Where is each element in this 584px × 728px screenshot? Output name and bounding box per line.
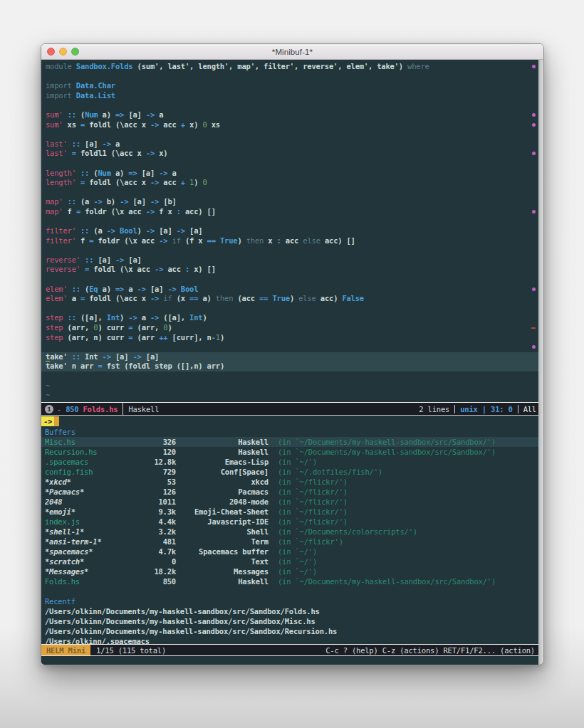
minibuffer-empty[interactable]	[41, 656, 543, 665]
code-line[interactable]	[46, 371, 543, 381]
buffer-name: *spacemacs*	[45, 547, 136, 556]
helm-buffer-row[interactable]: *scratch*0Text(in `~/')	[41, 556, 543, 566]
code-token: ::	[72, 285, 85, 293]
code-line[interactable]	[46, 100, 543, 110]
helm-buffer-row[interactable]: *spacemacs*4.7kSpacemacs buffer(in `~/')	[41, 547, 543, 556]
code-line[interactable]: sum' xs = foldl (\acc x -> acc + x) 0 xs	[46, 120, 543, 130]
code-line[interactable]	[46, 188, 543, 198]
buffer-size: 3.2k	[136, 527, 176, 537]
code-line[interactable]: step (arr, n) curr = (arr ++ [curr], n-1…	[46, 333, 543, 343]
code-line[interactable]: import Data.Char	[46, 81, 543, 91]
code-token: =	[89, 236, 98, 245]
helm-recentf-row[interactable]: /Users/olkinn/.spacemacs	[41, 636, 543, 644]
modeline-separator	[454, 405, 455, 413]
helm-modeline: HELM Mini 1/15 (115 total) C-c ? (help) …	[41, 644, 543, 656]
helm-prompt[interactable]: ->	[41, 416, 543, 427]
code-line[interactable]: last' :: [a] -> a	[46, 139, 543, 149]
helm-buffer-row[interactable]: Misc.hs326Haskell(in `~/Documents/my-has…	[41, 437, 543, 447]
code-line[interactable]: module Sandbox.Folds (sum', last', lengt…	[46, 62, 543, 72]
buffer-directory: (in `~/flickr/')	[278, 497, 348, 507]
code-line[interactable]: last' = foldl1 (\acc x -> x)	[46, 149, 543, 159]
code-token: [a]	[133, 197, 151, 206]
code-line[interactable]: take' :: Int -> [a] -> [a]	[46, 352, 543, 362]
code-token: else	[303, 236, 325, 245]
code-token: (a	[93, 226, 106, 235]
code-token: map'	[46, 207, 63, 216]
code-line[interactable]	[46, 72, 543, 82]
code-line[interactable]	[46, 217, 543, 227]
code-line[interactable]: map' :: (a -> b) -> [a] -> [b]	[46, 197, 543, 207]
code-lines: module Sandbox.Folds (sum', last', lengt…	[46, 62, 543, 381]
code-token: if	[163, 294, 176, 302]
buffer-directory: (in `~/')	[278, 457, 317, 467]
code-token: :	[277, 236, 286, 245]
code-line[interactable]: filter' :: (a -> Bool) -> [a] -> [a]	[46, 226, 543, 236]
zoom-button[interactable]	[71, 48, 79, 56]
code-line[interactable]: import Data.List	[46, 91, 543, 101]
helm-buffer-row[interactable]: .spacemacs12.8kEmacs-Lisp(in `~/')	[41, 457, 543, 467]
code-line[interactable]	[46, 159, 543, 169]
code-token: Int	[85, 352, 103, 361]
code-line[interactable]: sum' :: (Num a) => [a] -> a	[46, 110, 543, 120]
fringe-modified-dot-icon	[532, 123, 536, 127]
code-line[interactable]: reverse' :: [a] -> [a]	[46, 255, 543, 265]
code-line[interactable]: step :: ([a], Int) -> a -> ([a], Int)	[46, 313, 543, 323]
recent-file-path: /Users/olkinn/Documents/my-haskell-sandb…	[45, 606, 320, 616]
code-line[interactable]: take' n arr = fst (foldl step ([],n) arr…	[46, 362, 543, 371]
code-line[interactable]: map' f = foldr (\x acc -> f x : acc) []	[46, 207, 543, 217]
helm-recentf-row[interactable]: /Users/olkinn/Documents/my-haskell-sandb…	[41, 606, 543, 616]
code-line[interactable]: elem' a = foldl (\acc x -> if (x == a) t…	[46, 294, 543, 304]
code-line[interactable]	[46, 246, 543, 255]
helm-buffer-row[interactable]: index.js4.4kJavascript-IDE(in `~/flickr/…	[41, 517, 543, 527]
helm-buffer-row[interactable]: *Messages*18.2kMessages(in `~/')	[41, 566, 543, 576]
buffer-directory: (in `~/')	[278, 556, 317, 566]
minimize-button[interactable]	[59, 48, 67, 56]
code-token: a	[172, 169, 177, 177]
helm-buffer-row[interactable]: *shell-1*3.2kShell(in `~/Documents/color…	[41, 527, 543, 537]
helm-buffer-row[interactable]: *xkcd*53xkcd(in `~/flickr/')	[41, 477, 543, 487]
selection-info: 2 lines	[419, 405, 449, 413]
code-token: (arr,	[63, 323, 94, 332]
code-token: Eq	[89, 285, 98, 293]
fringe-modified-dot-icon	[532, 65, 536, 68]
helm-buffer-row[interactable]: *emoji*9.3kEmoji-Cheat-Sheet(in `~/flick…	[41, 507, 543, 517]
code-line[interactable]: step (arr, 0) curr = (arr, 0)	[46, 323, 543, 333]
code-line[interactable]: filter' f = foldr (\x acc -> if (f x == …	[46, 236, 543, 246]
helm-buffer-row[interactable]: Recursion.hs120Haskell(in `~/Documents/m…	[41, 447, 543, 457]
buffer-mode: Emacs-Lisp	[176, 457, 268, 467]
code-token: Int	[189, 313, 202, 322]
helm-buffer-row[interactable]: *ansi-term-1*481Term(in `~/flickr')	[41, 537, 543, 547]
code-token: then	[216, 294, 238, 302]
code-line[interactable]	[46, 342, 543, 352]
code-line[interactable]: reverse' = foldl (\x acc -> acc : x) []	[46, 265, 543, 275]
helm-candidate-count: 1/15 (115 total)	[96, 646, 166, 655]
helm-recentf-row[interactable]: /Users/olkinn/Documents/my-haskell-sandb…	[41, 616, 543, 626]
code-token: ::	[68, 110, 80, 119]
code-token: :	[177, 207, 185, 216]
blank-row	[41, 586, 543, 596]
buffer-size: 850	[136, 576, 176, 586]
helm-buffer-row[interactable]: *Pacmacs*126Pacmacs(in `~/flickr/')	[41, 487, 543, 497]
code-line[interactable]: length' = foldl (\acc x -> acc + 1) 0	[46, 178, 543, 188]
buffer-size: 481	[136, 537, 176, 547]
code-line[interactable]: length' :: (Num a) => [a] -> a	[46, 169, 543, 179]
code-token: b)	[107, 197, 120, 206]
code-line[interactable]	[46, 130, 543, 139]
code-line[interactable]: elem' :: (Eq a) => a -> [a] -> Bool	[46, 285, 543, 295]
close-button[interactable]	[47, 48, 55, 56]
fringe-modified-dot-icon	[532, 345, 536, 349]
helm-buffer-row[interactable]: Folds.hs850Haskell(in `~/Documents/my-ha…	[41, 576, 543, 586]
code-token: take' n arr	[46, 362, 98, 370]
buffer-name: Recursion.hs	[45, 447, 136, 457]
code-token: ) curr	[98, 323, 128, 332]
buffer-size: 1011	[136, 497, 176, 507]
helm-buffer-row[interactable]: config.fish729Conf[Space](in `~/.dotfile…	[41, 467, 543, 477]
titlebar[interactable]: *Minibuf-1*	[41, 44, 543, 60]
buffer-name: 2048	[45, 497, 136, 507]
code-line[interactable]	[46, 275, 543, 285]
code-editor[interactable]: module Sandbox.Folds (sum', last', lengt…	[41, 60, 543, 402]
helm-buffer-row[interactable]: 204810112048-mode(in `~/flickr/')	[41, 497, 543, 507]
helm-recentf-row[interactable]: /Users/olkinn/Documents/my-haskell-sandb…	[41, 626, 543, 636]
code-line[interactable]	[46, 304, 543, 314]
scrollbar[interactable]	[538, 60, 543, 665]
